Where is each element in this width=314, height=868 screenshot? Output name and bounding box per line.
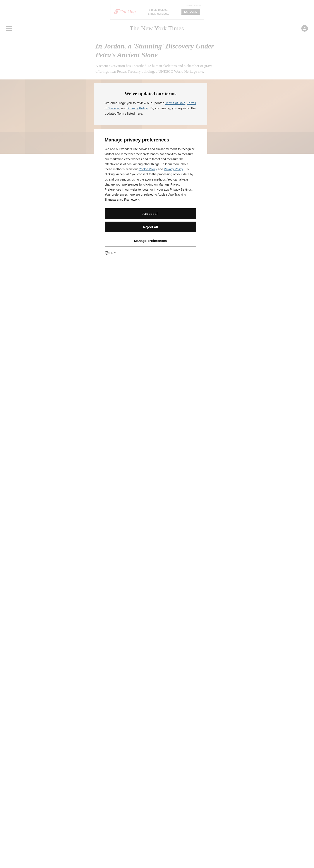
ad-brand: 𝒯 Cooking: [114, 8, 136, 16]
chevron-down-icon: ▾: [114, 251, 116, 254]
privacy-policy-link-terms[interactable]: Privacy Policy: [127, 106, 148, 110]
user-icon: [303, 26, 307, 30]
ad-label: ADVERTISEMENT: [186, 5, 202, 7]
language-selector[interactable]: EN ▾: [105, 251, 196, 255]
ad-tagline-line1: Simple recipes.: [148, 8, 169, 12]
terms-modal-body: We encourage you to review our updated T…: [105, 100, 196, 116]
user-account-button[interactable]: [301, 25, 308, 32]
article-container: In Jordan, a 'Stunning' Discovery Under …: [90, 35, 225, 75]
language-text: EN: [109, 251, 114, 254]
globe-icon: [105, 251, 109, 255]
terms-updated-modal: We've updated our terms We encourage you…: [94, 83, 207, 125]
privacy-body-text-2: . By clicking 'Accept all,' you consent …: [105, 167, 193, 201]
ad-banner: ADVERTISEMENT 𝒯 Cooking Simple recipes. …: [0, 0, 314, 22]
cookie-policy-link[interactable]: Cookie Policy: [138, 167, 157, 171]
article-subheadline: A recent excavation has unearthed 12 hum…: [96, 63, 219, 75]
ad-logo-t: 𝒯: [114, 8, 118, 16]
ad-tagline-line2: Simply delicious.: [148, 12, 169, 16]
privacy-and-text: and: [158, 167, 163, 171]
privacy-policy-link[interactable]: Privacy Policy: [164, 167, 183, 171]
reject-all-button[interactable]: Reject all: [105, 222, 196, 232]
site-logo[interactable]: The New York Times: [130, 25, 184, 32]
page-content: ADVERTISEMENT 𝒯 Cooking Simple recipes. …: [0, 0, 314, 168]
terms-modal-title: We've updated our terms: [105, 91, 196, 96]
privacy-modal-title: Manage privacy preferences: [105, 137, 196, 143]
accept-all-button[interactable]: Accept all: [105, 208, 196, 219]
terms-body-text: We encourage you to review our updated: [105, 101, 164, 105]
privacy-preferences-modal: Manage privacy preferences We and our ve…: [94, 129, 207, 262]
ad-brand-name: Cooking: [120, 9, 136, 14]
manage-preferences-button[interactable]: Manage preferences: [105, 235, 196, 246]
ad-explore-button[interactable]: EXPLORE: [181, 9, 200, 15]
article-headline: In Jordan, a 'Stunning' Discovery Under …: [96, 42, 219, 59]
modals-stack: We've updated our terms We encourage you…: [94, 83, 220, 262]
terms-of-sale-link[interactable]: Terms of Sale: [165, 101, 185, 105]
site-header: The New York Times: [0, 22, 314, 35]
privacy-modal-body: We and our vendors use cookies and simil…: [105, 147, 196, 202]
ad-tagline: Simple recipes. Simply delicious.: [148, 8, 169, 16]
hamburger-menu-button[interactable]: [6, 26, 12, 31]
ad-box[interactable]: ADVERTISEMENT 𝒯 Cooking Simple recipes. …: [110, 4, 204, 20]
